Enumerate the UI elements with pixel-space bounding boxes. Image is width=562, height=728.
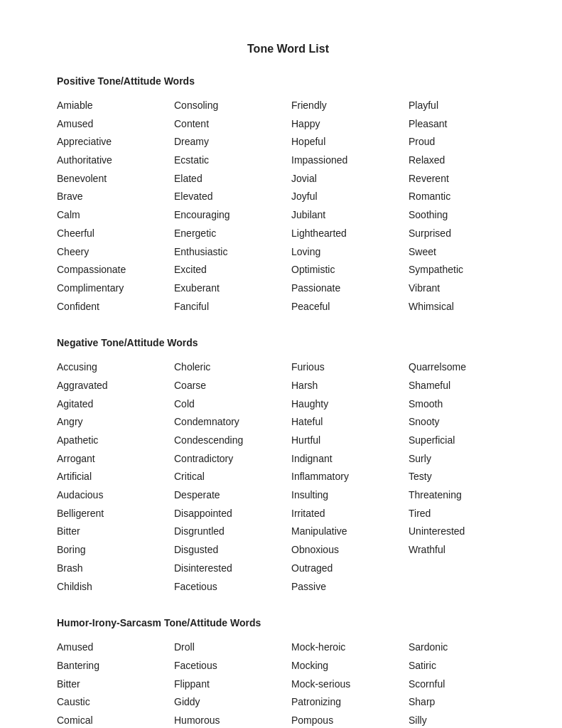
word-item: Humorous [174,713,291,728]
word-item: Facetious [174,658,291,674]
word-item: Angry [57,414,174,430]
word-item: Aggravated [57,378,174,394]
word-item: Whimsical [409,299,526,315]
word-item: Confident [57,299,174,315]
word-item: Benevolent [57,171,174,187]
word-item: Fanciful [174,299,291,315]
word-item: Joyful [291,189,409,205]
word-item: Belligerent [57,506,174,522]
word-item: Soothing [409,208,526,223]
word-item: Accusing [57,360,174,375]
word-item: Indignant [291,451,409,467]
word-item: Shameful [409,378,526,394]
word-item: Elevated [174,189,291,205]
word-item: Disgruntled [174,524,291,540]
word-item: Elated [174,171,291,187]
word-item: Compassionate [57,262,174,278]
section-heading-0: Positive Tone/Attitude Words [57,75,519,87]
word-item: Surprised [409,226,526,242]
word-item: Inflammatory [291,469,409,485]
word-item: Dreamy [174,134,291,150]
word-item: Disinterested [174,561,291,577]
word-item: Passive [291,579,409,595]
word-item: Insulting [291,488,409,503]
section-1: Negative Tone/Attitude WordsAccusingChol… [57,337,519,594]
word-item: Satiric [409,658,526,674]
page-title: Tone Word List [57,43,519,55]
word-item: Obnoxious [291,542,409,558]
word-item: Exuberant [174,281,291,296]
word-item: Lighthearted [291,226,409,242]
word-item: Disappointed [174,506,291,522]
word-item: Romantic [409,189,526,205]
word-item: Boring [57,542,174,558]
word-item: Desperate [174,488,291,503]
word-item: Tired [409,506,526,522]
word-item: Hopeful [291,134,409,150]
word-item: Harsh [291,378,409,394]
word-item: Authoritative [57,153,174,168]
word-item: Testy [409,469,526,485]
word-item: Friendly [291,98,409,114]
word-item: Loving [291,245,409,260]
word-item: Artificial [57,469,174,485]
word-item: Brash [57,561,174,577]
word-item: Consoling [174,98,291,114]
word-grid-2: AmusedDrollMock-heroicSardonicBanteringF… [57,640,519,728]
word-item: Surly [409,451,526,467]
word-item: Enthusiastic [174,245,291,260]
section-heading-1: Negative Tone/Attitude Words [57,337,519,348]
word-item: Amiable [57,98,174,114]
word-item: Hurtful [291,433,409,449]
word-item: Sardonic [409,640,526,655]
word-item: Sympathetic [409,262,526,278]
word-item: Complimentary [57,281,174,296]
word-item: Patronizing [291,695,409,710]
word-item: Facetious [174,579,291,595]
word-item: Calm [57,208,174,223]
word-item: Condescending [174,433,291,449]
word-item: Encouraging [174,208,291,223]
word-item: Uninterested [409,524,526,540]
word-item: Happy [291,117,409,132]
word-item: Impassioned [291,153,409,168]
word-item: Superficial [409,433,526,449]
word-grid-0: AmiableConsolingFriendlyPlayfulAmusedCon… [57,98,519,314]
word-item: Jovial [291,171,409,187]
word-item: Threatening [409,488,526,503]
word-item: Childish [57,579,174,595]
word-item: Ecstatic [174,153,291,168]
word-item: Apathetic [57,433,174,449]
word-item: Bantering [57,658,174,674]
word-item: Droll [174,640,291,655]
word-item: Cheery [57,245,174,260]
word-item: Passionate [291,281,409,296]
word-item: Wrathful [409,542,526,558]
word-item: Energetic [174,226,291,242]
word-item: Sharp [409,695,526,710]
word-item: Agitated [57,397,174,412]
word-item: Condemnatory [174,414,291,430]
word-item: Mocking [291,658,409,674]
word-grid-1: AccusingCholericFuriousQuarrelsomeAggrav… [57,360,519,594]
word-item: Quarrelsome [409,360,526,375]
word-item: Playful [409,98,526,114]
word-item: Pleasant [409,117,526,132]
word-item: Smooth [409,397,526,412]
word-item: Appreciative [57,134,174,150]
word-item: Jubilant [291,208,409,223]
word-item: Audacious [57,488,174,503]
word-item: Amused [57,640,174,655]
word-item: Proud [409,134,526,150]
word-item: Choleric [174,360,291,375]
word-item: Excited [174,262,291,278]
word-item: Relaxed [409,153,526,168]
word-item: Vibrant [409,281,526,296]
word-item: Coarse [174,378,291,394]
section-heading-2: Humor-Irony-Sarcasm Tone/Attitude Words [57,617,519,628]
word-item: Pompous [291,713,409,728]
word-item: Cold [174,397,291,412]
word-item: Critical [174,469,291,485]
word-item: Mock-serious [291,677,409,692]
word-item: Giddy [174,695,291,710]
